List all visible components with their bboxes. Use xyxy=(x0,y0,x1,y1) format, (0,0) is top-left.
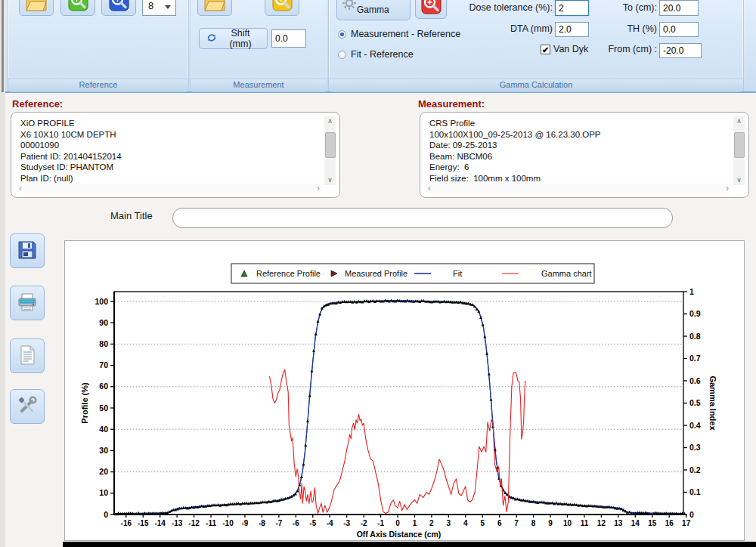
svg-text:-6: -6 xyxy=(293,519,299,527)
document-icon xyxy=(17,345,38,368)
svg-text:6: 6 xyxy=(497,519,502,527)
shift-button-label: Shift (mm) xyxy=(221,28,260,49)
svg-text:13: 13 xyxy=(614,519,623,527)
smoothing-dropdown-value: 8 xyxy=(148,0,153,11)
svg-text:2: 2 xyxy=(429,519,434,527)
measurement-horizontal-scrollbar[interactable]: ‹ › xyxy=(426,184,730,193)
info-line: XiO PROFILE xyxy=(20,118,320,129)
svg-text:-3: -3 xyxy=(343,519,350,527)
svg-text:4: 4 xyxy=(463,519,468,527)
svg-text:-9: -9 xyxy=(241,519,248,527)
svg-text:5: 5 xyxy=(480,519,485,527)
svg-text:Gamma Index: Gamma Index xyxy=(708,375,717,431)
svg-text:-15: -15 xyxy=(138,519,149,527)
scroll-right-icon[interactable]: › xyxy=(726,183,729,193)
set-gamma-button[interactable]: Set Gamma xyxy=(336,0,411,20)
dta-label: DTA (mm) xyxy=(454,23,553,34)
ribbon: 8 Reference Shift (mm) xyxy=(0,0,756,93)
svg-text:16: 16 xyxy=(665,519,674,527)
reference-horizontal-scrollbar[interactable]: ‹ › xyxy=(17,184,321,193)
scroll-up-icon[interactable]: ∧ xyxy=(733,116,745,126)
print-button[interactable] xyxy=(10,286,45,320)
search-blue-icon xyxy=(109,0,129,14)
measurement-vertical-scrollbar[interactable]: ∧ ∨ xyxy=(733,116,745,185)
measurement-search-yellow-button[interactable] xyxy=(265,0,299,16)
from-label: From (cm) : xyxy=(590,44,657,54)
scroll-left-icon[interactable]: ‹ xyxy=(428,183,431,193)
set-gamma-label-line1: Set xyxy=(363,0,376,2)
scroll-down-icon[interactable]: ∨ xyxy=(733,175,745,185)
tools-button[interactable] xyxy=(10,389,45,424)
svg-text:0.4: 0.4 xyxy=(689,421,701,430)
printer-icon xyxy=(17,292,38,315)
info-line: X6 10X10 10CM DEPTH xyxy=(20,129,320,141)
set-gamma-label-line2: Gamma xyxy=(357,5,389,15)
reference-search-blue-button[interactable] xyxy=(101,0,136,16)
svg-text:Off Axis Distance (cm): Off Axis Distance (cm) xyxy=(357,530,442,539)
svg-text:-16: -16 xyxy=(121,519,132,527)
info-line: Field size: 100mm x 100mm xyxy=(429,173,729,184)
main-title-label: Main Title xyxy=(110,210,153,221)
smoothing-dropdown[interactable]: 8 xyxy=(142,0,176,16)
bottom-black-strip xyxy=(63,542,756,547)
open-reference-button[interactable] xyxy=(19,0,54,16)
scroll-down-icon[interactable]: ∨ xyxy=(324,175,336,185)
svg-text:7: 7 xyxy=(514,519,519,527)
tools-icon xyxy=(17,395,38,419)
svg-text:-14: -14 xyxy=(154,519,166,527)
ribbon-group-reference: 8 Reference xyxy=(8,0,189,92)
save-button[interactable] xyxy=(10,233,45,268)
dose-tolerance-input[interactable] xyxy=(555,0,589,16)
radio-measurement-reference[interactable] xyxy=(338,30,346,39)
th-input[interactable] xyxy=(659,22,699,37)
svg-text:14: 14 xyxy=(631,519,640,527)
svg-text:-13: -13 xyxy=(172,519,183,527)
svg-text:11: 11 xyxy=(581,519,589,527)
report-button[interactable] xyxy=(10,338,45,373)
reference-search-green-button[interactable] xyxy=(60,0,95,16)
svg-text:Measured Profile: Measured Profile xyxy=(345,269,407,278)
svg-text:50: 50 xyxy=(99,403,108,413)
svg-text:3: 3 xyxy=(447,519,451,527)
scroll-up-icon[interactable]: ∧ xyxy=(324,116,336,126)
radio-fit-reference[interactable] xyxy=(338,51,346,59)
chevron-down-icon xyxy=(165,5,171,9)
to-input[interactable] xyxy=(659,0,699,16)
van-dyk-checkbox[interactable]: ✔ xyxy=(541,45,550,54)
svg-text:15: 15 xyxy=(648,519,657,527)
scrollbar-thumb[interactable] xyxy=(325,132,336,158)
scrollbar-thumb[interactable] xyxy=(734,132,745,158)
van-dyk-label: Van Dyk xyxy=(553,44,588,54)
shift-button[interactable]: Shift (mm) xyxy=(199,28,268,49)
svg-text:10: 10 xyxy=(99,488,108,497)
from-input[interactable] xyxy=(659,43,702,58)
info-line: 100x100X100_09-25-2013 @ 16.23.30.OPP xyxy=(429,129,729,141)
svg-text:90: 90 xyxy=(99,318,108,327)
svg-text:0.6: 0.6 xyxy=(689,376,701,385)
shift-input[interactable] xyxy=(271,29,306,48)
reference-vertical-scrollbar[interactable]: ∧ ∨ xyxy=(324,116,336,185)
scroll-right-icon[interactable]: › xyxy=(317,183,320,193)
group-caption-measurement: Measurement xyxy=(191,79,327,91)
radio-fit-reference-label: Fit - Reference xyxy=(351,49,414,60)
svg-text:Fit: Fit xyxy=(453,269,462,278)
measurement-info-box[interactable]: CRS Profile100x100X100_09-25-2013 @ 16.2… xyxy=(420,112,749,198)
search-green-icon xyxy=(68,0,88,14)
search-yellow-icon xyxy=(272,0,293,14)
save-floppy-icon xyxy=(17,240,38,263)
svg-text:0: 0 xyxy=(395,519,400,527)
svg-text:-5: -5 xyxy=(309,519,316,527)
reference-info-box[interactable]: XiO PROFILEX6 10X10 10CM DEPTH00001090Pa… xyxy=(11,112,340,198)
svg-text:Reference Profile: Reference Profile xyxy=(256,269,321,278)
open-measurement-button[interactable] xyxy=(197,0,232,16)
svg-text:-2: -2 xyxy=(361,519,367,527)
main-title-input[interactable] xyxy=(172,208,673,228)
measurement-info-text: CRS Profile100x100X100_09-25-2013 @ 16.2… xyxy=(429,118,729,184)
dta-input[interactable] xyxy=(555,22,589,37)
svg-text:17: 17 xyxy=(682,519,691,527)
reference-panel-title: Reference: xyxy=(12,98,63,110)
profile-gamma-chart: 010203040506070809010000.10.20.30.40.50.… xyxy=(65,241,744,540)
scroll-left-icon[interactable]: ‹ xyxy=(19,183,22,193)
info-line: Energy: 6 xyxy=(429,162,729,173)
svg-text:0.8: 0.8 xyxy=(689,332,701,341)
